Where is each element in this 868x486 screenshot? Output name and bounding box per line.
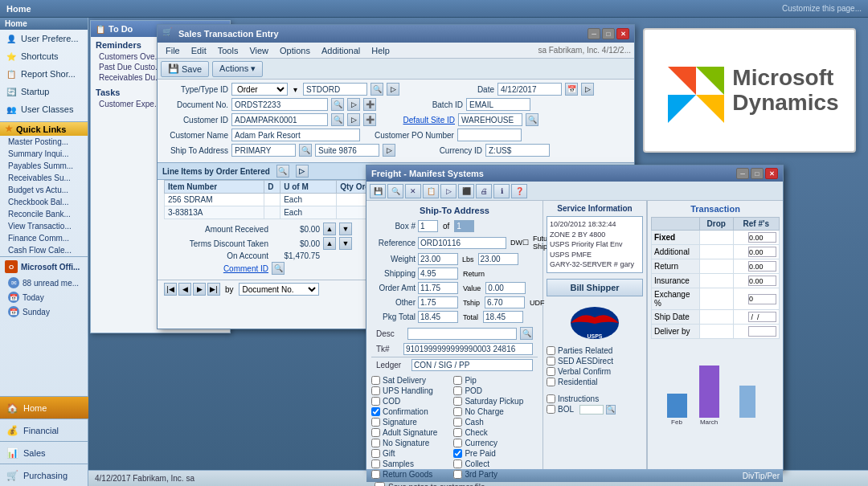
value-input[interactable] — [485, 282, 526, 294]
sidebar-item-startup[interactable]: 🔄 Startup — [0, 83, 88, 100]
customerid-extra-btn[interactable]: ➕ — [363, 113, 376, 126]
upshandling-check[interactable] — [371, 386, 380, 395]
currency-check[interactable] — [453, 439, 462, 447]
menu-view[interactable]: View — [244, 44, 273, 57]
box-input[interactable] — [418, 220, 438, 232]
freight-tool-8[interactable]: ℹ — [493, 184, 510, 198]
collect-check[interactable] — [453, 459, 462, 468]
type-dropdown[interactable]: Order — [231, 83, 288, 96]
nav-btn-financial[interactable]: 💰 Financial — [0, 419, 88, 441]
docno-input[interactable] — [231, 98, 328, 111]
bill-shipper-button[interactable]: Bill Shipper — [547, 279, 643, 296]
total-input[interactable] — [483, 311, 523, 323]
type-code-input[interactable] — [303, 83, 367, 96]
actions-button[interactable]: Actions ▾ — [212, 61, 263, 77]
amount-dec-btn[interactable]: ▼ — [339, 223, 352, 235]
desc-input[interactable] — [407, 328, 517, 340]
adultsig-check[interactable] — [371, 428, 380, 437]
date-input[interactable] — [497, 83, 562, 96]
fixed-ref[interactable] — [733, 231, 779, 245]
close-button[interactable]: ✕ — [616, 28, 629, 39]
freight-tool-1[interactable]: 💾 — [370, 184, 386, 198]
custpo-input[interactable] — [457, 129, 522, 141]
instructions-check[interactable] — [547, 394, 555, 403]
nav-btn-purchasing[interactable]: 🛒 Purchasing — [0, 464, 88, 486]
quicklink-masterposting[interactable]: Master Posting... — [0, 136, 88, 148]
discount-dec-btn[interactable]: ▼ — [339, 237, 352, 250]
freight-tool-9[interactable]: ❓ — [511, 184, 527, 198]
other-input[interactable] — [418, 296, 458, 308]
save-button[interactable]: 💾 Save — [161, 61, 209, 77]
confirmation-check[interactable] — [371, 407, 380, 416]
ledger-input[interactable] — [411, 359, 533, 371]
msoffice-sunday[interactable]: 📅 Sunday — [5, 304, 83, 319]
tk-input[interactable] — [403, 343, 533, 355]
freight-minimize-btn[interactable]: ─ — [736, 168, 749, 179]
desc-search-btn[interactable]: 🔍 — [520, 327, 533, 340]
defaultsite-input[interactable] — [458, 113, 522, 126]
defaultsite-search-btn[interactable]: 🔍 — [526, 113, 538, 126]
gift-check[interactable] — [371, 449, 380, 458]
discount-inc-btn[interactable]: ▲ — [323, 237, 336, 250]
menu-tools[interactable]: Tools — [213, 44, 244, 57]
maximize-button[interactable]: □ — [602, 28, 615, 39]
quicklink-budget[interactable]: Budget vs Actu... — [0, 184, 88, 196]
amount-inc-btn[interactable]: ▲ — [323, 223, 336, 235]
tship-input[interactable] — [485, 296, 525, 308]
date-picker-btn[interactable]: 📅 — [565, 83, 578, 96]
docno-expand-btn[interactable]: ▷ — [347, 98, 360, 111]
nav-btn-sales[interactable]: 📊 Sales — [0, 441, 88, 464]
orderamt-input[interactable] — [418, 282, 458, 294]
menu-help[interactable]: Help — [366, 44, 395, 57]
minimize-button[interactable]: ─ — [588, 28, 600, 39]
nav-last-btn[interactable]: ▶| — [207, 283, 220, 296]
currency-input[interactable] — [485, 144, 550, 157]
customerid-search-btn[interactable]: 🔍 — [331, 113, 344, 126]
sidebar-item-shortcuts[interactable]: ⭐ Shortcuts — [0, 47, 88, 65]
pip-check[interactable] — [453, 376, 462, 385]
quicklink-payablessumm[interactable]: Payables Summ... — [0, 160, 88, 172]
lineitems-icon1[interactable]: 🔍 — [276, 165, 289, 178]
nav-next-btn[interactable]: ▶ — [193, 283, 206, 296]
returngoods-check[interactable] — [371, 470, 380, 479]
quicklink-financecomm[interactable]: Finance Comm... — [0, 232, 88, 244]
freight-tool-5[interactable]: ▷ — [440, 184, 457, 198]
residential-check[interactable] — [547, 378, 555, 386]
msoffice-today[interactable]: 📅 Today — [5, 290, 83, 304]
reference-input[interactable] — [418, 237, 506, 249]
samples-check[interactable] — [371, 459, 380, 468]
signature-check[interactable] — [371, 418, 380, 427]
type-expand-btn[interactable]: ▷ — [387, 83, 399, 96]
suite-expand-btn[interactable]: ▷ — [383, 144, 395, 157]
customerid-expand-btn[interactable]: ▷ — [347, 113, 360, 126]
menu-edit[interactable]: Edit — [186, 44, 211, 57]
nav-by-select[interactable]: Document No. — [239, 283, 319, 296]
satdelivery-check[interactable] — [371, 376, 380, 385]
nav-prev-btn[interactable]: ◀ — [178, 283, 191, 296]
save-notes-check[interactable] — [375, 482, 385, 486]
partiesrelated-check[interactable] — [547, 346, 555, 355]
freight-close-btn[interactable]: ✕ — [765, 168, 778, 179]
freight-tool-3[interactable]: ✕ — [405, 184, 421, 198]
pkgtotal-input[interactable] — [418, 311, 458, 323]
weight-input[interactable] — [418, 253, 458, 265]
satpickup-check[interactable] — [453, 397, 462, 406]
nocharge-check[interactable] — [453, 407, 462, 416]
quicklink-cashflow[interactable]: Cash Flow Cale... — [0, 244, 88, 256]
bol-input[interactable] — [579, 405, 604, 415]
menu-file[interactable]: File — [161, 44, 185, 57]
check-check[interactable] — [453, 428, 462, 437]
type-search-btn[interactable]: 🔍 — [371, 83, 383, 96]
cod-check[interactable] — [371, 397, 380, 406]
cash-check[interactable] — [453, 418, 462, 427]
customize-link[interactable]: Customize this page... — [782, 4, 862, 13]
commentid-search-btn[interactable]: 🔍 — [272, 262, 285, 275]
quicklink-viewtrans[interactable]: View Transactio... — [0, 220, 88, 232]
nav-btn-home[interactable]: 🏠 Home — [0, 396, 88, 419]
menu-additional[interactable]: Additional — [317, 44, 365, 57]
freight-tool-6[interactable]: ⬛ — [458, 184, 474, 198]
freight-tool-4[interactable]: 📋 — [423, 184, 439, 198]
freight-maximize-btn[interactable]: □ — [751, 168, 764, 179]
menu-options[interactable]: Options — [275, 44, 315, 57]
quicklink-reconcile[interactable]: Reconcile Bank... — [0, 208, 88, 220]
